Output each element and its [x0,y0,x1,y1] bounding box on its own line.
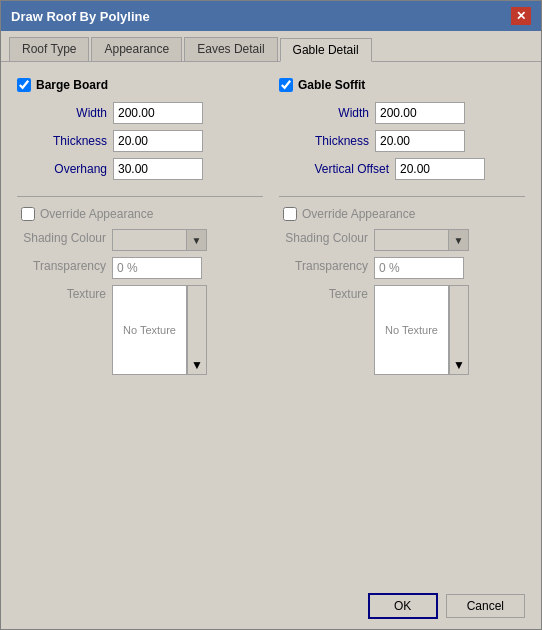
barge-thickness-input[interactable] [113,130,203,152]
soffit-width-input[interactable] [375,102,465,124]
barge-transparency-input[interactable] [112,257,202,279]
tab-gable-detail[interactable]: Gable Detail [280,38,372,62]
soffit-thickness-input[interactable] [375,130,465,152]
barge-shading-field [113,230,186,250]
footer: OK Cancel [1,583,541,629]
gable-soffit-checkbox-label[interactable]: Gable Soffit [279,78,365,92]
barge-override-row: Override Appearance [17,207,263,221]
window-title: Draw Roof By Polyline [11,9,150,24]
close-button[interactable]: ✕ [511,7,531,25]
barge-texture-scroll[interactable]: ▼ [187,285,207,375]
barge-override-checkbox[interactable] [21,207,35,221]
soffit-override-label: Override Appearance [302,207,415,221]
barge-texture-wrapper: No Texture ▼ [112,285,207,375]
barge-board-header: Barge Board [17,78,263,92]
soffit-transparency-label: Transparency [283,257,368,273]
barge-board-checkbox-label[interactable]: Barge Board [17,78,108,92]
tab-bar: Roof Type Appearance Eaves Detail Gable … [1,31,541,62]
soffit-thickness-row: Thickness [279,130,525,152]
ok-button[interactable]: OK [368,593,438,619]
soffit-width-row: Width [279,102,525,124]
barge-shading-dropdown[interactable]: ▼ [112,229,207,251]
barge-overhang-row: Overhang [17,158,263,180]
barge-thickness-label: Thickness [37,134,107,148]
tab-content: Barge Board Width Thickness Overhang [1,62,541,583]
soffit-thickness-label: Thickness [299,134,369,148]
soffit-override-row: Override Appearance [279,207,525,221]
barge-override-label: Override Appearance [40,207,153,221]
soffit-shading-label: Shading Colour [283,229,368,245]
tab-roof-type[interactable]: Roof Type [9,37,89,61]
gable-soffit-section: Gable Soffit Width Thickness Vertical Of… [279,78,525,567]
soffit-texture-box[interactable]: No Texture [374,285,449,375]
barge-width-label: Width [37,106,107,120]
barge-shading-label: Shading Colour [21,229,106,245]
barge-board-section: Barge Board Width Thickness Overhang [17,78,263,567]
barge-shading-arrow[interactable]: ▼ [186,230,206,250]
cancel-button[interactable]: Cancel [446,594,525,618]
soffit-transparency-row: Transparency [279,257,525,279]
barge-texture-row: Texture No Texture ▼ [17,285,263,375]
columns: Barge Board Width Thickness Overhang [17,78,525,567]
barge-texture-box[interactable]: No Texture [112,285,187,375]
barge-transparency-label: Transparency [21,257,106,273]
barge-shading-row: Shading Colour ▼ [17,229,263,251]
barge-thickness-row: Thickness [17,130,263,152]
barge-texture-label: Texture [21,285,106,301]
barge-transparency-row: Transparency [17,257,263,279]
soffit-vertical-offset-input[interactable] [395,158,485,180]
soffit-width-label: Width [299,106,369,120]
barge-width-input[interactable] [113,102,203,124]
soffit-shading-dropdown[interactable]: ▼ [374,229,469,251]
soffit-override-checkbox[interactable] [283,207,297,221]
barge-overhang-label: Overhang [37,162,107,176]
soffit-vertical-offset-label: Vertical Offset [299,162,389,176]
tab-appearance[interactable]: Appearance [91,37,182,61]
soffit-shading-row: Shading Colour ▼ [279,229,525,251]
soffit-vertical-offset-row: Vertical Offset [279,158,525,180]
soffit-shading-field [375,230,448,250]
tab-eaves-detail[interactable]: Eaves Detail [184,37,277,61]
soffit-texture-wrapper: No Texture ▼ [374,285,469,375]
soffit-texture-label: Texture [283,285,368,301]
gable-soffit-checkbox[interactable] [279,78,293,92]
soffit-transparency-input[interactable] [374,257,464,279]
barge-width-row: Width [17,102,263,124]
title-bar: Draw Roof By Polyline ✕ [1,1,541,31]
main-window: Draw Roof By Polyline ✕ Roof Type Appear… [0,0,542,630]
soffit-texture-scroll[interactable]: ▼ [449,285,469,375]
barge-overhang-input[interactable] [113,158,203,180]
soffit-shading-arrow[interactable]: ▼ [448,230,468,250]
gable-soffit-header: Gable Soffit [279,78,525,92]
soffit-texture-row: Texture No Texture ▼ [279,285,525,375]
barge-board-checkbox[interactable] [17,78,31,92]
